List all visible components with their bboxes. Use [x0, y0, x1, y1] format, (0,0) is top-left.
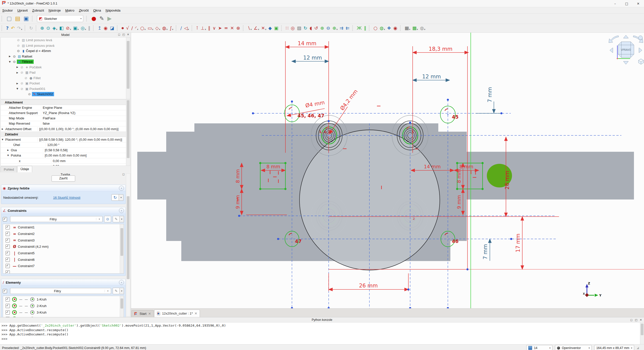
sketch-tool-button[interactable]: ⊕▾	[332, 25, 338, 31]
nav-sphere-icon[interactable]	[638, 36, 642, 40]
toolbar-grip[interactable]	[243, 25, 245, 31]
toolbar-button[interactable]: ◪	[109, 25, 115, 31]
constraints-filter-checkbox[interactable]	[3, 217, 7, 221]
property-value[interactable]: false	[41, 122, 130, 125]
property-row[interactable]: x 0,00 mm	[1, 158, 130, 164]
sketch-geometry-button[interactable]: ∕	[131, 25, 134, 31]
toolbar-button[interactable]: ◎▾	[80, 25, 87, 31]
dock-restore-icon[interactable]: ◻	[630, 318, 632, 322]
sketch-geometry-button[interactable]: ∫▾	[169, 25, 174, 31]
constraint-button[interactable]: ✕	[230, 25, 235, 31]
tab-document[interactable]: 12x20inch_cutter : 1* ✕	[154, 310, 200, 317]
element-checkbox[interactable]	[6, 304, 10, 308]
constraint-checkbox[interactable]	[6, 270, 10, 274]
constraint-checkbox[interactable]	[6, 244, 10, 249]
macro-toolbar-button[interactable]: ●	[90, 15, 98, 22]
tree-scrollbar[interactable]	[126, 37, 130, 99]
props-scrollbar[interactable]	[126, 100, 130, 166]
sketch-tool-button[interactable]: ◖	[309, 25, 313, 31]
maximize-button[interactable]: □	[621, 0, 632, 7]
tree-item[interactable]: ⊘ ✎ Sketch002	[23, 91, 130, 97]
toolbar-button[interactable]: ❖	[386, 25, 392, 31]
toolbar-grip[interactable]	[32, 16, 34, 21]
dimension-button[interactable]: ◆	[268, 25, 273, 31]
menu-item[interactable]: Nástroje	[46, 8, 63, 13]
menu-item[interactable]: Zobrazit	[30, 8, 46, 13]
tab-close-icon[interactable]: ✕	[195, 312, 197, 315]
element-row[interactable]: —— 2-Kruh	[3, 303, 124, 309]
visibility-eye-icon[interactable]: ⊘	[19, 87, 24, 91]
property-value[interactable]: FlatFace	[41, 116, 130, 120]
toolbar-grip[interactable]	[117, 25, 119, 31]
property-row[interactable]: Attacher Engine Engine Plane	[1, 105, 130, 110]
tab-pohled[interactable]: Pohled	[1, 166, 17, 172]
constraint-checkbox[interactable]	[6, 258, 10, 262]
constraint-row[interactable]: | Constraint5	[3, 250, 124, 257]
rotate-left-arrow[interactable]	[609, 36, 619, 43]
element-checkbox[interactable]	[6, 310, 10, 315]
toolbar-button[interactable]: ∥	[363, 25, 367, 31]
toolbar-button[interactable]: Ж	[356, 25, 363, 31]
toolbar-grip[interactable]	[352, 25, 355, 31]
sketch-geometry-button[interactable]: ●	[121, 25, 125, 31]
element-checkbox[interactable]	[6, 317, 10, 317]
resize-grip[interactable]: ◢	[637, 346, 640, 349]
menu-item[interactable]: Makro	[63, 8, 77, 13]
property-row[interactable]: ▶ Osa [0,58 0,58 0,58]	[1, 148, 130, 153]
toolbar-button[interactable]: ◉	[393, 25, 398, 31]
tree-item[interactable]: ⊘ ▧ Limit posuvu pravá	[12, 43, 130, 48]
sketch-geometry-button[interactable]: ◍▾	[161, 25, 168, 31]
toolbar-grip[interactable]	[369, 25, 371, 31]
3d-viewport[interactable]: 14 mm 12 mm 18,3 mm 12 mm Ø4 mm Ø4,2 mm …	[131, 33, 644, 317]
sketch-tool-button[interactable]: ⊖	[326, 25, 331, 31]
toolbar-button[interactable]: ◍▾	[379, 25, 386, 31]
constraints-settings-dropdown[interactable]: ▾	[120, 216, 124, 222]
constraint-button[interactable]: ⊺	[195, 25, 199, 31]
property-value[interactable]: [0,58 0,58 0,58]	[43, 148, 130, 152]
element-row[interactable]: ——	[3, 316, 124, 317]
tree-caret-icon[interactable]: ▶	[15, 66, 19, 68]
dimension-button[interactable]: ▣	[273, 25, 279, 31]
visibility-eye-icon[interactable]: ⊘	[23, 76, 28, 80]
task-scrollbar[interactable]	[126, 173, 130, 317]
property-caret-icon[interactable]: ▼	[6, 154, 10, 157]
property-caret-icon[interactable]: ▶	[6, 149, 10, 151]
property-value[interactable]: 0,00 mm	[51, 164, 130, 166]
constraint-checkbox[interactable]	[6, 251, 10, 255]
sketch-tool-button[interactable]: ∷	[285, 25, 289, 31]
tree-item[interactable]: ▼ ⊘ ▣ Pocket001	[15, 86, 130, 92]
constraint-row[interactable]: Ø Constraint4 (4,2 mm)	[3, 243, 124, 250]
toolbar-button[interactable]: ○	[373, 25, 378, 31]
elements-scrollbar[interactable]	[120, 296, 124, 317]
console-scrollbar[interactable]	[640, 323, 644, 344]
constraint-button[interactable]: ⊥▾	[200, 25, 207, 31]
tab-close-icon[interactable]: ✕	[148, 312, 151, 316]
property-row[interactable]: ▶ Attachment Offset [(0,00 0,00 1,00); 0…	[1, 126, 130, 132]
constraint-button[interactable]: ∨	[212, 25, 217, 31]
toolbar-button[interactable]: ▣▾	[72, 25, 79, 31]
tree-item[interactable]: ▼ ⊙ ◆ Těleso	[8, 59, 130, 65]
macro-toolbar-button[interactable]: ✎	[98, 15, 106, 22]
tree-caret-icon[interactable]: ▶	[15, 82, 19, 85]
sketch-geometry-button[interactable]: ◇▾	[155, 25, 161, 31]
sketch-canvas[interactable]: 14 mm 12 mm 18,3 mm 12 mm Ø4 mm Ø4,2 mm …	[131, 33, 644, 309]
solver-refresh-button[interactable]: ↻	[111, 194, 119, 201]
visibility-eye-icon[interactable]: ⊙	[16, 49, 21, 53]
solver-refresh-dropdown[interactable]: ▾	[119, 194, 123, 201]
constraint-row[interactable]: = Constraint1	[3, 224, 124, 231]
toolbar-button[interactable]: ⊙	[46, 25, 51, 31]
element-row[interactable]: —— 1-Kruh	[3, 296, 124, 303]
tab-start[interactable]: Start ✕	[132, 310, 154, 317]
element-row[interactable]: —— 3-Kruh	[3, 309, 124, 316]
model-panel-header[interactable]: Model ◻◰✕	[0, 33, 131, 37]
tree-item[interactable]: ⊘ ▧ Limit posuvu levá	[12, 37, 130, 43]
constraint-button[interactable]: ➤	[217, 25, 223, 31]
toolbar-grip[interactable]	[36, 25, 38, 31]
collapse-chevron-icon[interactable]: «	[119, 280, 124, 285]
menu-item[interactable]: Upravit	[15, 8, 30, 13]
property-caret-icon[interactable]: ▼	[1, 138, 4, 141]
visibility-eye-icon[interactable]: ⊘	[19, 81, 24, 85]
property-row[interactable]: y 0,00 mm	[1, 164, 130, 166]
dock-restore-icon[interactable]: ◻	[118, 33, 120, 36]
property-value[interactable]: [0,00 mm 0,00 mm 0,00 mm]	[43, 154, 130, 157]
